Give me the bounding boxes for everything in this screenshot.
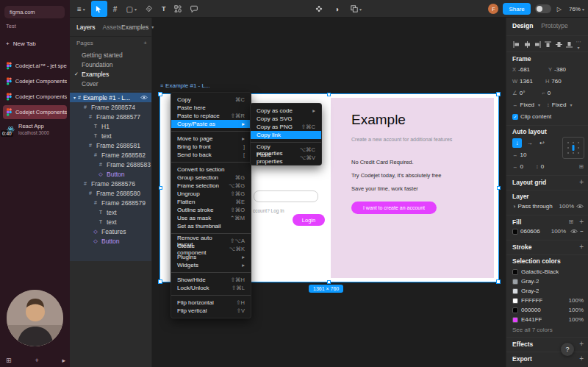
- align-left-icon[interactable]: [512, 41, 520, 49]
- color-swatch[interactable]: [512, 288, 518, 294]
- add-page-button[interactable]: +: [143, 40, 147, 46]
- layer-row[interactable]: Ttext: [70, 217, 151, 227]
- add-layout-grid-button[interactable]: +: [579, 178, 584, 186]
- pen-tool[interactable]: [143, 1, 156, 17]
- menu-item[interactable]: Show/Hide⇧⌘H: [171, 276, 251, 284]
- layer-row[interactable]: ◇Features: [70, 227, 151, 236]
- share-button[interactable]: Share: [503, 3, 530, 15]
- menu-item[interactable]: Bring to front]: [171, 143, 251, 151]
- see-all-colors-link[interactable]: See all 7 colors: [512, 327, 584, 333]
- padding-v-field[interactable]: 0: [541, 163, 544, 170]
- add-stroke-button[interactable]: +: [579, 243, 584, 251]
- add-fill-button[interactable]: +: [579, 218, 584, 226]
- menu-item-copy-paste-as[interactable]: Copy/Paste as▸: [171, 120, 251, 128]
- align-bottom-icon[interactable]: [565, 41, 573, 49]
- menu-item[interactable]: Convert to section: [171, 165, 251, 174]
- page-item[interactable]: Getting started: [70, 50, 151, 60]
- menu-item[interactable]: Copy as SVG: [251, 115, 321, 123]
- layer-row[interactable]: #Frame 2688576: [70, 179, 151, 188]
- align-top-icon[interactable]: [544, 41, 552, 49]
- width-field[interactable]: 1361: [520, 78, 533, 85]
- add-effect-button[interactable]: +: [579, 340, 584, 348]
- color-swatch[interactable]: [512, 269, 518, 275]
- menu-item[interactable]: Ungroup⇧⌘G: [171, 190, 251, 198]
- layer-row[interactable]: #Frame 2688580: [70, 188, 151, 198]
- url-bar[interactable]: figma.com: [4, 6, 65, 18]
- distribute-menu[interactable]: ⋯▾: [576, 39, 584, 50]
- present-button[interactable]: ▷: [556, 1, 563, 17]
- menu-item[interactable]: Copy⌘C: [171, 96, 251, 104]
- layer-row[interactable]: #Frame 2688581: [70, 140, 151, 150]
- rotation-field[interactable]: 0°: [520, 90, 526, 96]
- layer-row[interactable]: #Frame 2688574: [70, 102, 151, 112]
- padding-options-icon[interactable]: ⊞: [579, 163, 584, 170]
- frame-tool[interactable]: #: [110, 1, 121, 17]
- selection-handle-w[interactable]: [159, 186, 162, 190]
- mask-button[interactable]: ◑: [331, 1, 342, 17]
- eye-icon[interactable]: [576, 204, 584, 209]
- color-swatch[interactable]: [512, 298, 518, 304]
- color-swatch[interactable]: [512, 317, 518, 323]
- main-menu-button[interactable]: ≡▾: [74, 1, 88, 17]
- move-tool[interactable]: [91, 1, 107, 17]
- align-right-icon[interactable]: [534, 41, 542, 49]
- auto-layout-wrap-button[interactable]: ↩: [537, 138, 547, 148]
- selection-handle-sw[interactable]: [158, 279, 162, 284]
- corner-radius-field[interactable]: 0: [548, 90, 551, 96]
- menu-item[interactable]: Copy as PNG⇧⌘C: [251, 123, 321, 131]
- fill-hex-field[interactable]: 060606: [520, 228, 540, 235]
- email-input[interactable]: [254, 190, 318, 202]
- zoom-menu[interactable]: 76%▾: [567, 1, 586, 17]
- boolean-ops-button[interactable]: ▾: [348, 1, 365, 17]
- padding-h-field[interactable]: 0: [520, 163, 523, 170]
- layer-row[interactable]: #Frame 2688582: [70, 150, 151, 160]
- text-tool[interactable]: T: [159, 1, 169, 17]
- menu-item[interactable]: Flatten⌘E: [171, 198, 251, 206]
- new-tab-button[interactable]: +New Tab: [6, 40, 36, 47]
- auto-layout-horizontal-button[interactable]: →: [525, 138, 534, 148]
- menu-item[interactable]: Widgets▸: [171, 261, 251, 269]
- x-field[interactable]: -681: [518, 66, 530, 73]
- menu-item[interactable]: Set as thumbnail: [171, 222, 251, 230]
- selection-color-row[interactable]: Gray-2: [512, 288, 584, 294]
- clip-content-checkbox[interactable]: ✓: [512, 114, 518, 120]
- menu-item[interactable]: Send to back[: [171, 151, 251, 159]
- selection-color-row[interactable]: Galactic-Black: [512, 268, 584, 275]
- menu-item[interactable]: Frame selection⌥⌘G: [171, 182, 251, 190]
- menu-item[interactable]: Paste here: [171, 104, 251, 112]
- blend-mode-dropdown[interactable]: Pass through: [518, 203, 553, 210]
- add-export-button[interactable]: +: [579, 354, 584, 363]
- menu-item[interactable]: Paste properties⌥⌘V: [251, 154, 321, 162]
- grid-icon[interactable]: ⊞: [6, 357, 12, 364]
- comment-tool[interactable]: [187, 1, 201, 17]
- fill-styles-icon[interactable]: ⊞: [568, 218, 573, 225]
- item-spacing-field[interactable]: 10: [520, 152, 527, 158]
- layer-row[interactable]: Ttext: [70, 131, 151, 140]
- color-swatch[interactable]: [512, 279, 518, 285]
- tab-design[interactable]: Design: [512, 22, 533, 29]
- selection-color-row[interactable]: E441FF 100%: [512, 316, 584, 323]
- menu-item[interactable]: Outline stroke⇧⌘O: [171, 206, 251, 214]
- user-avatar[interactable]: F: [488, 4, 498, 14]
- eye-icon[interactable]: [570, 229, 578, 234]
- tab-assets[interactable]: Assets: [103, 24, 122, 31]
- browser-tab[interactable]: Codejet.ai™ - jet speed...: [3, 59, 67, 73]
- v-resize-dropdown[interactable]: Fixed: [552, 101, 567, 108]
- h-resize-dropdown[interactable]: Fixed: [520, 101, 535, 108]
- layer-row[interactable]: TH1: [70, 121, 151, 131]
- menu-item[interactable]: Create component⌥⌘K: [171, 245, 251, 253]
- align-center-v-icon[interactable]: [555, 41, 563, 49]
- layer-row[interactable]: ◇Button: [70, 169, 151, 179]
- menu-item[interactable]: Flip horizontal⇧H: [171, 299, 251, 307]
- page-item-active[interactable]: ✓Examples: [70, 69, 151, 79]
- login-button[interactable]: Login: [293, 214, 325, 226]
- resources-tool[interactable]: [171, 1, 184, 17]
- selection-color-row[interactable]: FFFFFF 100%: [512, 297, 584, 304]
- auto-layout-vertical-button[interactable]: ↓: [512, 138, 522, 148]
- selection-handle-n[interactable]: [327, 93, 331, 96]
- page-dropdown[interactable]: Examples: [121, 24, 148, 31]
- align-center-h-icon[interactable]: [523, 41, 531, 49]
- selection-handle-ne[interactable]: [496, 92, 501, 96]
- page-item[interactable]: Foundation: [70, 60, 151, 69]
- eye-icon[interactable]: [140, 95, 148, 100]
